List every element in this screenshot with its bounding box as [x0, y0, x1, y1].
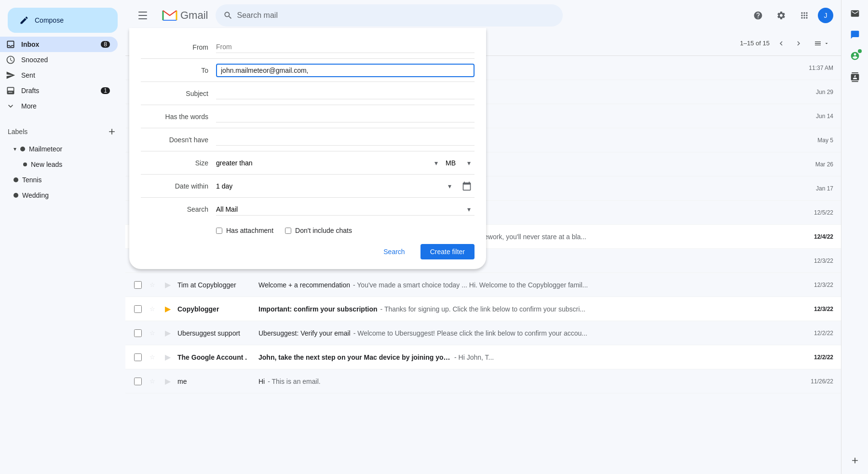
meet-button[interactable] [845, 46, 865, 66]
email-subject: Ubersuggest: Verify your email [258, 329, 351, 337]
add-label-icon[interactable] [106, 126, 118, 137]
email-snippet: - This is an email. [268, 378, 320, 385]
table-row[interactable]: ☆ ▶ Ubersuggest support Ubersuggest: Ver… [125, 321, 841, 345]
apps-button[interactable] [795, 6, 814, 25]
sidebar-item-sent[interactable]: Sent [0, 68, 118, 83]
row-checkbox[interactable] [134, 353, 142, 361]
search-input-text: Search mail [237, 11, 555, 20]
table-row[interactable]: ☆ ▶ The Google Account . John, take the … [125, 345, 841, 369]
create-filter-button[interactable]: Create filter [420, 244, 475, 259]
compose-button[interactable]: Compose [8, 8, 118, 33]
dont-include-chats-label[interactable]: Don't include chats [285, 227, 352, 234]
dont-include-chats-checkbox[interactable] [285, 228, 291, 234]
filter-input-doesnt-have[interactable] [216, 134, 475, 146]
size-select[interactable]: greater than less than [216, 159, 442, 167]
chat-button[interactable] [845, 25, 865, 44]
labels-header: Labels [8, 122, 118, 141]
row-checkbox-area [133, 305, 143, 313]
search-button[interactable]: Search [374, 244, 414, 259]
email-date: 12/3/22 [800, 306, 833, 312]
important-marker[interactable]: ▶ [162, 327, 174, 339]
right-sidebar [841, 0, 868, 474]
help-icon [753, 11, 763, 20]
add-app-button[interactable] [845, 451, 865, 470]
inbox-icon [6, 40, 15, 49]
date-select[interactable]: 1 day 3 days 1 week 2 weeks 1 month 2 mo… [216, 182, 455, 190]
sender-name: Ubersuggest support [177, 329, 255, 337]
view-options-button[interactable] [810, 38, 833, 49]
table-row[interactable]: ☆ ▶ me Hi - This is an email. 11/26/22 [125, 369, 841, 393]
has-attachment-label[interactable]: Has attachment [216, 227, 273, 234]
important-marker[interactable]: ▶ [162, 303, 174, 315]
meet-badge [858, 49, 862, 53]
mail-icon [850, 9, 860, 18]
hamburger-button[interactable] [133, 6, 152, 25]
inbox-badge: 8 [101, 41, 110, 48]
filter-input-has-words[interactable] [216, 110, 475, 122]
table-row[interactable]: ☆ ▶ Copyblogger Important: confirm your … [125, 297, 841, 321]
important-marker[interactable]: ▶ [162, 279, 174, 291]
has-attachment-text: Has attachment [226, 227, 273, 234]
sidebar-item-drafts[interactable]: Drafts 1 [0, 83, 118, 98]
sent-icon [6, 70, 15, 80]
star-button[interactable]: ☆ [147, 352, 158, 363]
sidebar-item-snoozed[interactable]: Snoozed [0, 52, 118, 68]
filter-label-search: Search [141, 205, 208, 213]
email-date: 11:37 AM [800, 65, 833, 71]
calendar-icon [462, 181, 472, 191]
email-snippet: - Hi John, T... [454, 353, 494, 361]
settings-button[interactable] [772, 6, 791, 25]
search-bar-icon [223, 11, 233, 20]
label-dot-wedding [14, 193, 18, 198]
add-icon [850, 456, 860, 465]
label-item-wedding[interactable]: Wedding [8, 188, 110, 203]
filter-label-date: Date within [141, 182, 208, 190]
row-checkbox[interactable] [134, 305, 142, 313]
contacts-app-button[interactable] [845, 68, 865, 87]
calendar-button[interactable] [459, 178, 475, 194]
filter-row-search: Search All Mail Inbox Sent Mail Drafts S… [141, 198, 475, 221]
row-checkbox[interactable] [134, 378, 142, 385]
dropdown-arrow-icon [824, 41, 829, 46]
prev-page-button[interactable] [773, 36, 789, 51]
star-button[interactable]: ☆ [147, 303, 158, 315]
search-bar[interactable]: Search mail [216, 4, 563, 27]
avatar-letter: J [824, 12, 827, 19]
important-marker[interactable]: ▶ [162, 352, 174, 363]
chevron-right-icon [794, 39, 803, 48]
table-row[interactable]: ☆ ▶ Tim at Copyblogger Welcome + a recom… [125, 273, 841, 297]
sidebar-item-more[interactable]: More [0, 98, 118, 114]
important-marker[interactable]: ▶ [162, 376, 174, 387]
row-checkbox[interactable] [134, 329, 142, 337]
star-button[interactable]: ☆ [147, 327, 158, 339]
search-filter-modal: From To Subject Has the words [129, 28, 486, 269]
dont-include-chats-text: Don't include chats [295, 227, 352, 234]
filter-input-to[interactable] [221, 67, 470, 74]
sidebar-item-label-drafts: Drafts [21, 87, 95, 95]
star-button[interactable]: ☆ [147, 376, 158, 387]
sidebar-item-label-inbox: Inbox [21, 41, 95, 48]
to-input-container [216, 64, 475, 77]
label-dot-mailmeteor [20, 147, 25, 151]
filter-input-subject[interactable] [216, 87, 475, 99]
sidebar-item-inbox[interactable]: Inbox 8 [0, 37, 118, 52]
compose-icon [19, 15, 29, 25]
date-controls: 1 day 3 days 1 week 2 weeks 1 month 2 mo… [216, 178, 475, 194]
star-button[interactable]: ☆ [147, 279, 158, 291]
label-text-mailmeteor: Mailmeteor [29, 145, 62, 153]
has-attachment-checkbox[interactable] [216, 228, 222, 234]
label-item-mailmeteor[interactable]: ▾ Mailmeteor [8, 141, 110, 157]
gmail-app-button[interactable] [845, 4, 865, 23]
row-checkbox[interactable] [134, 281, 142, 289]
row-checkbox-area [133, 353, 143, 361]
user-avatar[interactable]: J [818, 8, 833, 23]
filter-input-from[interactable] [216, 41, 475, 53]
size-unit-select[interactable]: MB KB Bytes [446, 159, 475, 167]
label-item-new-leads[interactable]: New leads [8, 157, 110, 172]
label-item-tennis[interactable]: Tennis [8, 172, 110, 188]
filter-row-from: From [141, 36, 475, 59]
help-button[interactable] [748, 6, 768, 25]
next-page-button[interactable] [791, 36, 806, 51]
search-in-select[interactable]: All Mail Inbox Sent Mail Drafts Spam Tra… [216, 203, 475, 215]
sidebar-item-label-more: More [21, 102, 110, 110]
